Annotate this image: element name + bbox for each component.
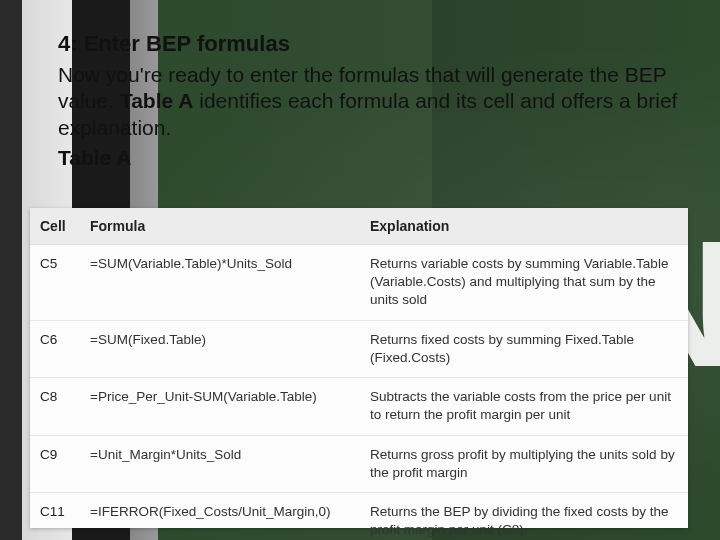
slide-paragraph: Now you're ready to enter the formulas t…	[58, 62, 680, 143]
cell-formula: =Unit_Margin*Units_Sold	[80, 435, 360, 492]
cell-explanation: Subtracts the variable costs from the pr…	[360, 378, 688, 435]
cell-formula: =IFERROR(Fixed_Costs/Unit_Margin,0)	[80, 492, 360, 540]
cell-formula: =Price_Per_Unit-SUM(Variable.Table)	[80, 378, 360, 435]
table-row: C5 =SUM(Variable.Table)*Units_Sold Retur…	[30, 245, 688, 321]
slide-text-block: 4: Enter BEP formulas Now you're ready t…	[58, 30, 680, 188]
table-row: C6 =SUM(Fixed.Table) Returns fixed costs…	[30, 320, 688, 377]
table-row: C9 =Unit_Margin*Units_Sold Returns gross…	[30, 435, 688, 492]
cell-explanation: Returns gross profit by multiplying the …	[360, 435, 688, 492]
cell-explanation: Returns variable costs by summing Variab…	[360, 245, 688, 321]
col-header-explanation: Explanation	[360, 208, 688, 245]
cell-ref: C8	[30, 378, 80, 435]
col-header-cell: Cell	[30, 208, 80, 245]
cell-ref: C9	[30, 435, 80, 492]
cell-formula: =SUM(Fixed.Table)	[80, 320, 360, 377]
slide-heading: 4: Enter BEP formulas	[58, 30, 680, 58]
cell-ref: C11	[30, 492, 80, 540]
table-row: C11 =IFERROR(Fixed_Costs/Unit_Margin,0) …	[30, 492, 688, 540]
table-row: C8 =Price_Per_Unit-SUM(Variable.Table) S…	[30, 378, 688, 435]
table-label: Table A	[58, 146, 680, 170]
cell-formula: =SUM(Variable.Table)*Units_Sold	[80, 245, 360, 321]
formula-table-container: Cell Formula Explanation C5 =SUM(Variabl…	[30, 208, 688, 528]
table-header-row: Cell Formula Explanation	[30, 208, 688, 245]
paragraph-bold: Table A	[120, 89, 194, 112]
cell-ref: C6	[30, 320, 80, 377]
cell-explanation: Returns fixed costs by summing Fixed.Tab…	[360, 320, 688, 377]
formula-table: Cell Formula Explanation C5 =SUM(Variabl…	[30, 208, 688, 540]
col-header-formula: Formula	[80, 208, 360, 245]
cell-ref: C5	[30, 245, 80, 321]
cell-explanation: Returns the BEP by dividing the fixed co…	[360, 492, 688, 540]
